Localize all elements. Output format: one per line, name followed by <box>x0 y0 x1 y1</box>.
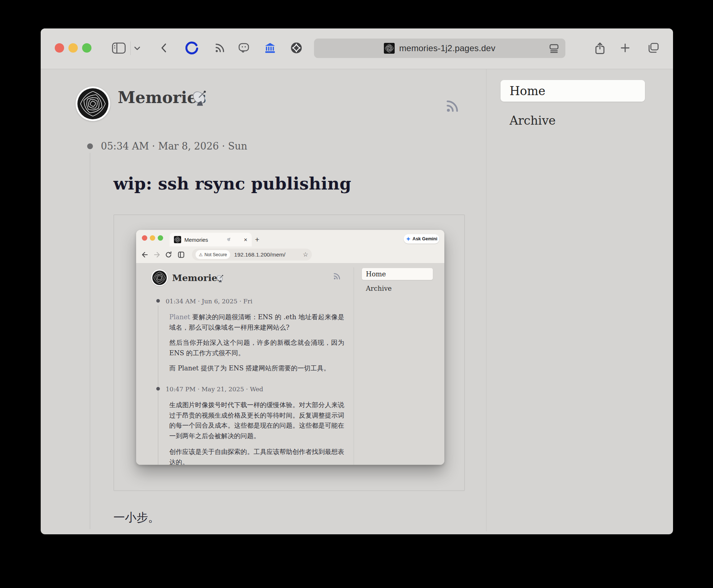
ask-gemini-label: Ask Gemini <box>413 236 438 241</box>
sidebar-item-home[interactable]: Home <box>501 80 645 102</box>
embedded-post-bullet <box>156 299 160 303</box>
sidebar-home-label: Home <box>510 84 545 98</box>
chrome-toolbar: ⚠ Not Secure 192.168.1.200/mem/ ☆ {} <box>136 246 444 263</box>
bank-internet-archive-icon[interactable] <box>265 43 275 53</box>
not-secure-chip: ⚠ Not Secure <box>196 250 230 259</box>
tab-favicon <box>174 236 181 243</box>
chrome-forward-icon <box>153 251 161 258</box>
embedded-satellite-icon <box>216 274 225 283</box>
embedded-chrome-window: Memories × + Ask Gemini ⚠ N <box>136 230 444 465</box>
tab-title: Memories <box>184 237 224 243</box>
paragraph: Planet 要解决的问题很清晰：ENS 的 .eth 地址看起来像是域名，那么… <box>169 312 344 333</box>
timeline-line <box>90 153 90 529</box>
loading-arc-extension-icon[interactable] <box>185 41 198 54</box>
chrome-new-tab-icon: + <box>255 236 259 243</box>
embedded-rss-icon <box>333 272 341 280</box>
rss-toolbar-icon[interactable] <box>215 43 225 53</box>
chrome-close-button <box>142 235 147 241</box>
chrome-split-view-icon <box>178 251 185 258</box>
url-text: memories-1j2.pages.dev <box>399 43 495 53</box>
rss-feed-icon[interactable] <box>445 99 459 113</box>
share-icon[interactable] <box>595 42 605 54</box>
camera-lens-extension-icon[interactable] <box>291 42 302 54</box>
warning-icon: ⚠ <box>199 253 203 257</box>
page-format-icon[interactable] <box>549 44 559 53</box>
tab-overview-icon[interactable] <box>647 43 659 53</box>
embedded-page-title: Memories <box>172 273 222 283</box>
paragraph: 然后当你开始深入这个问题，许多的新概念就会涌现，因为 ENS 的工作方式很不同。 <box>169 338 344 358</box>
embedded-post-timestamp: 10:47 PM · May 21, 2025 · Wed <box>166 386 263 393</box>
toolbar-divider <box>130 41 131 55</box>
satellite-icon <box>191 88 211 108</box>
tab-satellite-icon <box>227 237 231 242</box>
new-tab-plus-icon[interactable] <box>620 43 630 53</box>
chrome-zoom-button <box>158 235 163 241</box>
post-timestamp[interactable]: 05:34 AM · Mar 8, 2026 · Sun <box>101 141 247 152</box>
chrome-active-tab: Memories × <box>170 233 252 246</box>
paragraph: 而 Planet 提供了为 ENS 搭建网站所需要的一切工具。 <box>169 363 344 374</box>
safari-toolbar: memories-1j2.pages.dev <box>41 28 673 69</box>
embedded-site-logo <box>151 270 168 286</box>
embedded-nav-home: Home <box>362 268 433 280</box>
ask-gemini-button: Ask Gemini <box>404 234 439 244</box>
chrome-reload-icon <box>165 251 172 258</box>
planet-link: Planet <box>169 313 190 321</box>
embedded-post-body: Planet 要解决的问题很清晰：ENS 的 .eth 地址看起来像是域名，那么… <box>169 312 344 379</box>
sidebar-toggle-icon[interactable] <box>112 43 126 54</box>
embedded-post-timestamp: 01:34 AM · Jun 6, 2025 · Fri <box>166 298 252 305</box>
chrome-titlebar: Memories × + Ask Gemini <box>136 230 444 246</box>
tab-close-icon: × <box>244 237 247 243</box>
embedded-nav-archive: Archive <box>366 285 392 292</box>
paragraph: 创作应该是关于自由探索的。工具应该帮助创作者找到最想表达的。 <box>169 447 344 465</box>
post-title: wip: ssh rsync publishing <box>113 174 351 193</box>
chrome-minimize-button <box>150 235 155 241</box>
zoom-window-button[interactable] <box>82 43 91 53</box>
chrome-back-icon <box>141 251 148 258</box>
site-favicon <box>384 43 395 54</box>
close-window-button[interactable] <box>55 43 64 53</box>
sidebar-item-archive[interactable]: Archive <box>510 113 556 128</box>
timeline-bullet <box>87 143 93 149</box>
back-icon[interactable] <box>161 43 166 53</box>
chrome-url-text: 192.168.1.200/mem/ <box>234 251 302 258</box>
gemini-star-icon <box>406 236 411 241</box>
embedded-sidebar-divider <box>354 267 354 465</box>
embedded-post-body: 生成图片时像拨号时代下载一样的缓慢体验。对大部分人来说过于昂贵的视频生成价格及更… <box>169 400 344 465</box>
embedded-page: Memories Home Archive 01:34 AM · Jun 6, … <box>136 263 444 465</box>
embedded-post-bullet <box>156 387 160 391</box>
bookmark-star-icon: ☆ <box>303 251 308 258</box>
post-closing-text: 一小步。 <box>113 510 160 526</box>
sidebar-archive-label: Archive <box>510 113 556 128</box>
safari-window: memories-1j2.pages.dev Home Archive Memo… <box>41 28 673 534</box>
elephant-speech-icon[interactable] <box>238 43 249 53</box>
sidebar-divider <box>486 69 486 531</box>
site-logo[interactable] <box>76 86 110 121</box>
address-bar[interactable]: memories-1j2.pages.dev <box>314 39 565 58</box>
chevron-down-icon[interactable] <box>134 46 140 50</box>
paragraph: 生成图片时像拨号时代下载一样的缓慢体验。对大部分人来说过于昂贵的视频生成价格及更… <box>169 400 344 441</box>
post-image-frame[interactable]: Memories × + Ask Gemini ⚠ N <box>113 214 465 491</box>
embedded-timeline-line <box>158 306 158 465</box>
minimize-window-button[interactable] <box>68 43 78 53</box>
chrome-address-bar: ⚠ Not Secure 192.168.1.200/mem/ ☆ <box>192 249 312 260</box>
not-secure-label: Not Secure <box>205 252 227 257</box>
